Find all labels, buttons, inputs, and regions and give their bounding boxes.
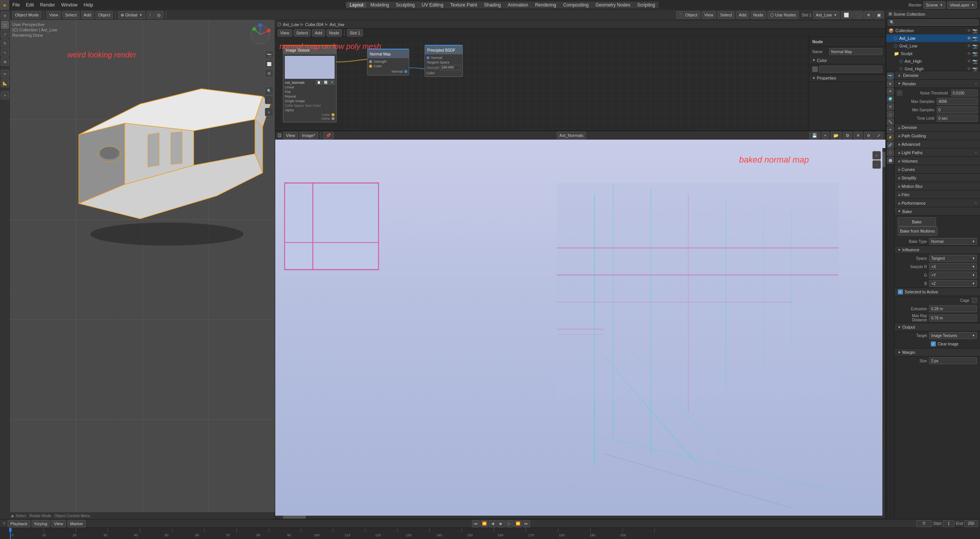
prop-scene-icon[interactable]: 🌍 [887, 96, 894, 103]
swizzle-r-dropdown[interactable]: +X ▼ [929, 263, 977, 270]
color-picker[interactable] [819, 66, 882, 73]
bake-type-dropdown[interactable]: Normal ▼ [929, 238, 977, 245]
workspace-tab-geonodes[interactable]: Geometry Nodes [593, 2, 634, 8]
image-overlay-btn[interactable]: ⭘ [864, 132, 874, 139]
select-btn2[interactable]: Select [717, 11, 735, 19]
menu-render[interactable]: Render [37, 0, 58, 10]
start-frame-input[interactable]: 1 [943, 520, 954, 527]
prop-material-icon[interactable]: ⬤ [887, 157, 894, 164]
prop-output-icon[interactable]: 🖥 [887, 80, 894, 87]
prop-data-icon[interactable]: ⬡ [887, 149, 894, 156]
menu-window[interactable]: Window [58, 0, 81, 10]
max-ray-val[interactable]: 0.76 m [929, 314, 977, 321]
viewport-shading-btn[interactable]: ⬛ [853, 11, 863, 19]
node-slot-btn[interactable]: Slot 1 [347, 29, 363, 37]
outliner-item-gndlow[interactable]: ⬡ Gnd_Low 👁 📷 [886, 42, 980, 50]
viewport-gizmo[interactable] [249, 23, 272, 46]
timeline-ruler[interactable]: 0 10 20 30 40 50 60 70 80 [0, 528, 980, 539]
image-view-btn[interactable]: View [283, 132, 298, 139]
advanced-header[interactable]: ▶ Advanced [895, 140, 980, 148]
viewport-options-btn[interactable]: ⊞ [265, 69, 273, 77]
render-menu-btn[interactable]: ≡ [975, 81, 977, 86]
menu-help[interactable]: Help [81, 0, 96, 10]
current-frame-input[interactable]: ⏱ [916, 520, 932, 527]
tool-annotate[interactable]: ✏ [1, 70, 9, 78]
render-view-btn[interactable]: ⬜ [265, 60, 273, 68]
viewport-3d-area[interactable]: User Perspective (C) Collection | Axt_Lo… [10, 20, 275, 519]
breadcrumb-cube[interactable]: Cube.004 [305, 22, 323, 27]
time-limit-val[interactable]: 0 sec [937, 115, 978, 122]
outliner-item-sculpt[interactable]: 📁 Sculpt 👁 📷 [886, 50, 980, 57]
texture-node[interactable]: Image Texture Axt_Normals 📋 🔄 ✕ Linear F… [283, 45, 336, 122]
extrusion-val[interactable]: 0.28 m [929, 305, 977, 312]
image-settings-btn[interactable]: ⚙ [843, 132, 852, 139]
tool-rotate[interactable]: ↻ [1, 39, 9, 47]
clear-image-checkbox[interactable]: ✓ [931, 341, 936, 347]
view-timeline-btn[interactable]: View [51, 520, 66, 528]
min-samples-val[interactable]: 0 [937, 106, 978, 113]
light-paths-header[interactable]: ▶ Light Paths ≡ [895, 148, 980, 157]
snap-btn[interactable]: ⁝ [147, 11, 154, 19]
workspace-tab-compositing[interactable]: Compositing [560, 2, 592, 8]
node-select-btn[interactable]: Select [294, 29, 311, 37]
render-header[interactable]: ▼ Render ≡ [895, 80, 980, 88]
curves-header[interactable]: ▶ Curves [895, 165, 980, 174]
image-scroll-h[interactable] [275, 516, 882, 519]
color-swatch[interactable] [812, 67, 818, 72]
target-dropdown[interactable]: Image Textures ▼ [929, 332, 977, 339]
prop-object-icon[interactable]: ◻ [887, 111, 894, 118]
node-canvas[interactable]: Node Name Normal Map ▼ Color ▼ Propertie… [275, 37, 885, 130]
image-view-area[interactable]: baked normal map [275, 140, 885, 519]
workspace-tab-modeling[interactable]: Modeling [367, 2, 392, 8]
workspace-tab-shading[interactable]: Shading [481, 2, 504, 8]
margin-header[interactable]: ▼ Margin [895, 348, 980, 357]
prop-view-icon[interactable]: 👁 [887, 88, 894, 95]
image-zoom-out[interactable]: - [872, 160, 881, 169]
object-mode-btn[interactable]: Object Mode [12, 11, 41, 19]
overlay-btn[interactable]: ⭘ [864, 11, 874, 19]
tool-scale[interactable]: ⤡ [1, 48, 9, 57]
swizzle-b-dropdown[interactable]: +Z ▼ [929, 280, 977, 287]
outliner-search-input[interactable] [888, 20, 978, 26]
workspace-tab-rendering[interactable]: Rendering [532, 2, 559, 8]
camera-view-btn[interactable]: 📷 [265, 50, 273, 59]
prop-constraints-icon[interactable]: 🔗 [887, 142, 894, 148]
object-type-btn[interactable]: ⚫ Object [676, 11, 700, 19]
play-btn[interactable]: ▶ [497, 520, 505, 528]
view-zoom-in[interactable]: 🔍 [265, 86, 273, 95]
view-btn2[interactable]: View [702, 11, 716, 19]
space-dropdown[interactable]: Tangent ▼ [929, 255, 977, 262]
outliner-item-axthigh[interactable]: ⬡ Axt_High 👁 📷 [886, 57, 980, 65]
view-menu[interactable]: View [46, 11, 61, 19]
image-fullscreen-btn[interactable]: ⤢ [874, 132, 883, 139]
image-open-btn[interactable]: 📂 [831, 132, 841, 139]
node-name-input[interactable]: Normal Map [829, 48, 882, 55]
simplify-header[interactable]: ▶ Simplify [895, 174, 980, 182]
workspace-tab-sculpting[interactable]: Sculpting [393, 2, 418, 8]
node-node-btn[interactable]: Node [327, 29, 342, 37]
step-back-btn[interactable]: ◀ [489, 520, 497, 528]
image-image-btn[interactable]: Image* [299, 132, 318, 139]
keying-btn[interactable]: Keying [32, 520, 50, 528]
viewlayer-dropdown[interactable]: ViewLayer ▼ [947, 1, 977, 9]
normalmap-node[interactable]: Normal Map Strength Color Normal [367, 49, 409, 75]
denoise-header2[interactable]: ▶ Denoise [895, 123, 980, 132]
node-add-btn[interactable]: Add [312, 29, 325, 37]
bsdf-strength-val[interactable]: 100.000 [440, 65, 461, 70]
image-zoom-in[interactable]: + [872, 151, 881, 160]
node-btn[interactable]: Node [751, 11, 766, 19]
prop-physics-icon[interactable]: ⚡ [887, 134, 894, 141]
bake-btn[interactable]: Bake [898, 217, 936, 226]
influence-header[interactable]: ▼ Influence [895, 246, 980, 254]
image-new-btn[interactable]: + [822, 132, 829, 139]
workspace-tab-uvediting[interactable]: UV Editing [419, 2, 447, 8]
image-close-btn[interactable]: ✕ [854, 132, 862, 139]
performance-header[interactable]: ▶ Performance ≡ [895, 199, 980, 207]
jump-next-keyframe-btn[interactable]: ⏩ [514, 520, 522, 528]
volumes-header[interactable]: ▶ Volumes [895, 157, 980, 165]
menu-file[interactable]: File [9, 0, 23, 10]
prop-render-icon[interactable]: 📷 [887, 73, 894, 80]
selected-to-active-row[interactable]: ✓ Selected to Active [895, 288, 980, 296]
node-color-header[interactable]: ▼ Color [809, 57, 885, 64]
image-save-btn[interactable]: 💾 [809, 132, 820, 139]
